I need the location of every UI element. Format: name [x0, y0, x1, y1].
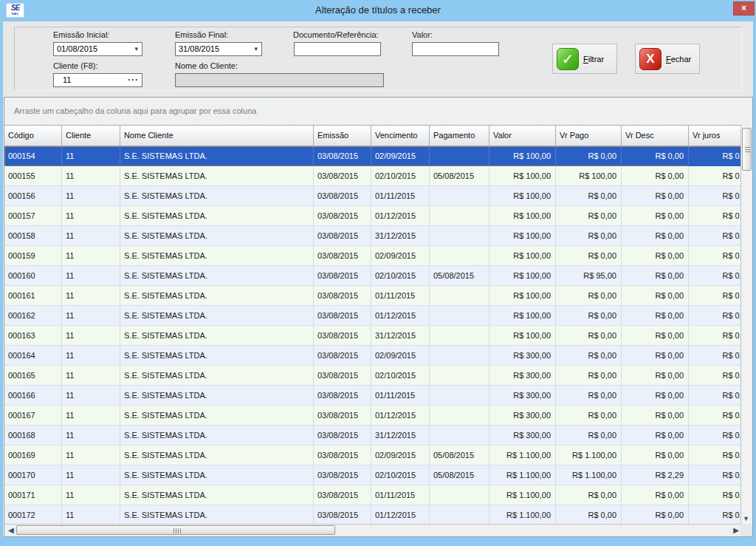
grid-cell-vr_pago[interactable]: R$ 0,00: [556, 346, 622, 366]
grid-cell-nome[interactable]: S.E. SISTEMAS LTDA.: [120, 406, 314, 426]
grid-cell-cliente[interactable]: 11: [62, 246, 120, 266]
grid-cell-emissao[interactable]: 03/08/2015: [314, 465, 371, 485]
grid-cell-cliente[interactable]: 11: [62, 306, 120, 326]
grid-cell-emissao[interactable]: 03/08/2015: [314, 306, 371, 326]
grid-cell-vr_juros[interactable]: R$ 0,00: [689, 426, 741, 446]
grid-cell-emissao[interactable]: 03/08/2015: [314, 266, 371, 286]
grid-cell-valor[interactable]: R$ 100,00: [489, 286, 556, 306]
column-header-nome[interactable]: Nome Cliente: [120, 125, 314, 146]
grid-cell-valor[interactable]: R$ 1.100,00: [489, 465, 556, 485]
grid-cell-vr_desc[interactable]: R$ 0,00: [622, 446, 689, 465]
grid-cell-cliente[interactable]: 11: [62, 226, 120, 246]
grid-cell-valor[interactable]: R$ 300,00: [489, 366, 556, 386]
grid-cell-nome[interactable]: S.E. SISTEMAS LTDA.: [120, 386, 314, 406]
grid-cell-vr_juros[interactable]: R$ 0,00: [689, 226, 741, 246]
grid-cell-nome[interactable]: S.E. SISTEMAS LTDA.: [120, 246, 314, 266]
table-row[interactable]: 00015711S.E. SISTEMAS LTDA.03/08/201501/…: [4, 206, 741, 226]
grid-cell-vr_juros[interactable]: R$ 0,00: [689, 505, 741, 525]
grid-cell-pagamento[interactable]: [430, 326, 489, 346]
grid-cell-vr_desc[interactable]: R$ 0,00: [622, 266, 689, 286]
grid-cell-vr_juros[interactable]: R$ 0,00: [689, 266, 741, 286]
grid-cell-vr_desc[interactable]: R$ 0,00: [622, 226, 689, 246]
grid-cell-emissao[interactable]: 03/08/2015: [314, 226, 371, 246]
grid-cell-emissao[interactable]: 03/08/2015: [314, 366, 371, 386]
grid-cell-vr_juros[interactable]: R$ 0,00: [689, 186, 741, 206]
grid-cell-cliente[interactable]: 11: [62, 386, 120, 406]
grid-cell-vencimento[interactable]: 02/09/2015: [371, 246, 430, 266]
grid-cell-vr_pago[interactable]: R$ 0,00: [556, 146, 622, 166]
grid-cell-vr_juros[interactable]: R$ 0,00: [689, 306, 741, 326]
grid-cell-pagamento[interactable]: [430, 286, 489, 306]
grid-cell-nome[interactable]: S.E. SISTEMAS LTDA.: [120, 146, 314, 166]
table-row[interactable]: 00015611S.E. SISTEMAS LTDA.03/08/201501/…: [4, 186, 741, 206]
grid-cell-codigo[interactable]: 000162: [4, 306, 62, 326]
grid-cell-vr_pago[interactable]: R$ 1.100,00: [556, 465, 622, 485]
grid-cell-valor[interactable]: R$ 100,00: [489, 226, 556, 246]
grid-cell-valor[interactable]: R$ 300,00: [489, 386, 556, 406]
grid-cell-pagamento[interactable]: [430, 346, 489, 366]
grid-cell-vencimento[interactable]: 02/09/2015: [371, 146, 430, 166]
grid-cell-emissao[interactable]: 03/08/2015: [314, 485, 371, 505]
grid-cell-vr_pago[interactable]: R$ 100,00: [556, 166, 622, 186]
cliente-browse-button[interactable]: ···: [128, 75, 139, 85]
scroll-right-icon[interactable]: ▶: [733, 526, 739, 534]
table-row[interactable]: 00016011S.E. SISTEMAS LTDA.03/08/201502/…: [4, 266, 741, 286]
grid-cell-pagamento[interactable]: [430, 226, 489, 246]
grid-cell-vr_pago[interactable]: R$ 0,00: [556, 426, 622, 446]
grid-cell-vr_juros[interactable]: R$ 0,00: [689, 146, 741, 166]
grid-cell-pagamento[interactable]: [430, 366, 489, 386]
grid-cell-vr_juros[interactable]: R$ 0,00: [689, 286, 741, 306]
column-header-pagamento[interactable]: Pagamento: [430, 125, 489, 146]
grid-cell-pagamento[interactable]: [430, 186, 489, 206]
grid-cell-pagamento[interactable]: [430, 146, 489, 166]
table-row[interactable]: 00017111S.E. SISTEMAS LTDA.03/08/201501/…: [4, 485, 741, 505]
grid-cell-pagamento[interactable]: [430, 505, 489, 525]
grid-cell-nome[interactable]: S.E. SISTEMAS LTDA.: [120, 326, 314, 346]
grid-cell-cliente[interactable]: 11: [62, 266, 120, 286]
table-row[interactable]: 00016111S.E. SISTEMAS LTDA.03/08/201501/…: [4, 286, 741, 306]
group-by-panel[interactable]: Arraste um cabeçalho da coluna aqui para…: [4, 98, 752, 125]
horizontal-scrollbar[interactable]: ◀ ▶: [4, 524, 752, 536]
grid-cell-vr_pago[interactable]: R$ 95,00: [556, 266, 622, 286]
grid-cell-vr_pago[interactable]: R$ 0,00: [556, 246, 622, 266]
grid-cell-cliente[interactable]: 11: [62, 286, 120, 306]
grid-cell-codigo[interactable]: 000158: [4, 226, 62, 246]
column-header-vr_pago[interactable]: Vr Pago: [556, 125, 622, 146]
chevron-down-icon[interactable]: ▾: [134, 45, 138, 52]
grid-cell-vr_desc[interactable]: R$ 0,00: [622, 186, 689, 206]
grid-cell-nome[interactable]: S.E. SISTEMAS LTDA.: [120, 206, 314, 226]
grid-cell-pagamento[interactable]: [430, 206, 489, 226]
chevron-down-icon[interactable]: ▾: [254, 45, 258, 52]
grid-cell-vencimento[interactable]: 01/11/2015: [371, 286, 430, 306]
grid-cell-cliente[interactable]: 11: [62, 485, 120, 505]
grid-cell-pagamento[interactable]: 05/08/2015: [430, 446, 489, 465]
grid-cell-codigo[interactable]: 000157: [4, 206, 62, 226]
window-close-button[interactable]: ×: [733, 1, 755, 16]
grid-cell-emissao[interactable]: 03/08/2015: [314, 505, 371, 525]
grid-cell-vencimento[interactable]: 31/12/2015: [371, 226, 430, 246]
grid-cell-vr_pago[interactable]: R$ 0,00: [556, 406, 622, 426]
grid-cell-pagamento[interactable]: 05/08/2015: [430, 266, 489, 286]
grid-cell-vr_desc[interactable]: R$ 0,00: [622, 426, 689, 446]
column-header-vencimento[interactable]: Vencimento: [371, 125, 430, 146]
table-row[interactable]: 00015511S.E. SISTEMAS LTDA.03/08/201502/…: [4, 166, 741, 186]
column-header-codigo[interactable]: Código: [4, 125, 62, 146]
grid-cell-codigo[interactable]: 000161: [4, 286, 62, 306]
grid-cell-codigo[interactable]: 000156: [4, 186, 62, 206]
grid-cell-nome[interactable]: S.E. SISTEMAS LTDA.: [120, 226, 314, 246]
grid-cell-vr_desc[interactable]: R$ 0,00: [622, 286, 689, 306]
grid-cell-emissao[interactable]: 03/08/2015: [314, 386, 371, 406]
grid-cell-vencimento[interactable]: 02/10/2015: [371, 266, 430, 286]
grid-cell-cliente[interactable]: 11: [62, 426, 120, 446]
grid-cell-emissao[interactable]: 03/08/2015: [314, 406, 371, 426]
grid-cell-vencimento[interactable]: 02/10/2015: [371, 166, 430, 186]
grid-cell-emissao[interactable]: 03/08/2015: [314, 426, 371, 446]
grid-cell-vr_desc[interactable]: R$ 0,00: [622, 326, 689, 346]
grid-cell-codigo[interactable]: 000169: [4, 446, 62, 465]
grid-cell-vr_juros[interactable]: R$ 0,00: [689, 326, 741, 346]
emissao-inicial-combobox[interactable]: 01/08/2015 ▾: [53, 42, 142, 56]
grid-cell-pagamento[interactable]: [430, 306, 489, 326]
grid-cell-vr_pago[interactable]: R$ 0,00: [556, 226, 622, 246]
grid-cell-vr_desc[interactable]: R$ 0,00: [622, 406, 689, 426]
grid-cell-nome[interactable]: S.E. SISTEMAS LTDA.: [120, 426, 314, 446]
